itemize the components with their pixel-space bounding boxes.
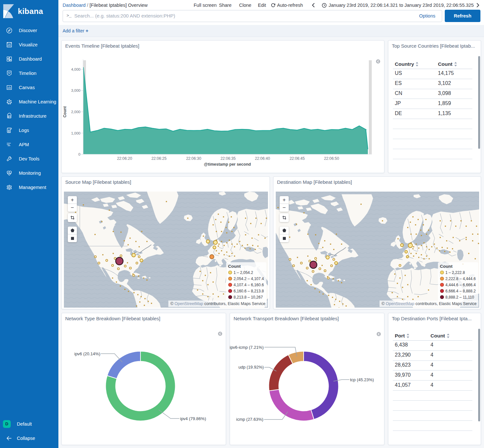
- svg-text:22:06:35: 22:06:35: [221, 156, 236, 161]
- svg-text:@timestamp per second: @timestamp per second: [204, 162, 251, 167]
- svg-text:1,000: 1,000: [71, 131, 80, 135]
- svg-text:2,000: 2,000: [71, 110, 80, 114]
- svg-text:22:06:20: 22:06:20: [117, 156, 132, 161]
- svg-text:3,000: 3,000: [71, 88, 80, 92]
- svg-text:22:06:45: 22:06:45: [290, 156, 305, 161]
- svg-text:22:06:25: 22:06:25: [151, 156, 167, 161]
- svg-text:22:06:50: 22:06:50: [324, 156, 339, 161]
- svg-text:0: 0: [79, 152, 80, 156]
- svg-text:22:06:30: 22:06:30: [186, 156, 201, 161]
- svg-text:4,000: 4,000: [71, 67, 80, 71]
- svg-text:Count: Count: [63, 106, 67, 118]
- svg-text:22:06:40: 22:06:40: [255, 156, 270, 161]
